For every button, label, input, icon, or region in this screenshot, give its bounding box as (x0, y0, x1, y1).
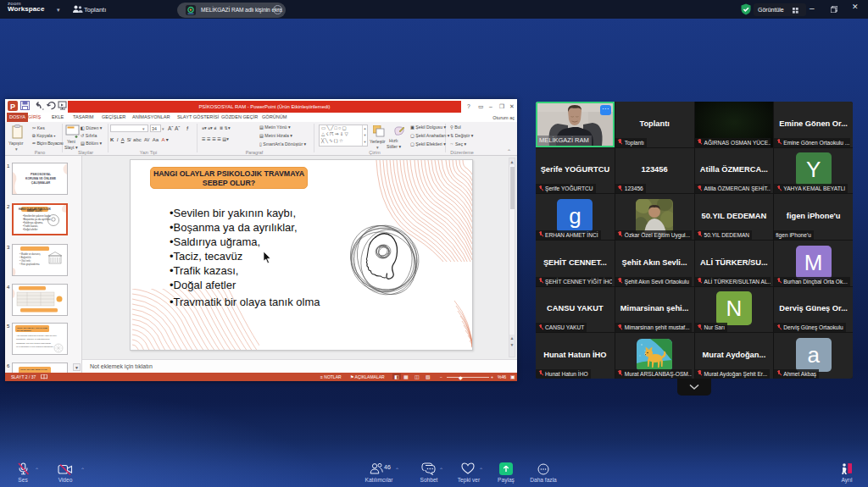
svg-text:PLANI NEDİR?: PLANI NEDİR? (17, 329, 31, 332)
svg-text:çalışanları, öğrenci ve öğretm: çalışanları, öğrenci ve öğretmenlere (16, 338, 50, 340)
svg-text:müdahale için okul temelli haz: müdahale için okul temelli hazırlanan (16, 342, 52, 345)
svg-text:• Okul terki: • Okul terki (19, 259, 31, 263)
svg-text:KORUMA VE ÖNLEME: KORUMA VE ÖNLEME (25, 176, 57, 180)
svg-text:ÇALIŞMALAR: ÇALIŞMALAR (31, 181, 51, 185)
svg-text:• Madde ve davranış: • Madde ve davranış (19, 252, 41, 256)
svg-text:PSİKOSOSYAL: PSİKOSOSYAL (31, 173, 51, 176)
svg-text:• Risk gruplandırma: • Risk gruplandırma (19, 263, 40, 266)
svg-text:P: P (10, 102, 15, 111)
svg-text:• Bağımlılık: • Bağımlılık (19, 256, 31, 259)
svg-text:Afet sonrası psikolojik travma: Afet sonrası psikolojik travma yaşayan o… (16, 335, 57, 337)
svg-text:SEBEP OLUR?: SEBEP OLUR? (27, 209, 43, 213)
svg-text:ve uygulanan eylem planının ta: ve uygulanan eylem planının tamamıdır. (16, 346, 54, 348)
svg-text:•Doğal afetler: •Doğal afetler (23, 228, 37, 231)
